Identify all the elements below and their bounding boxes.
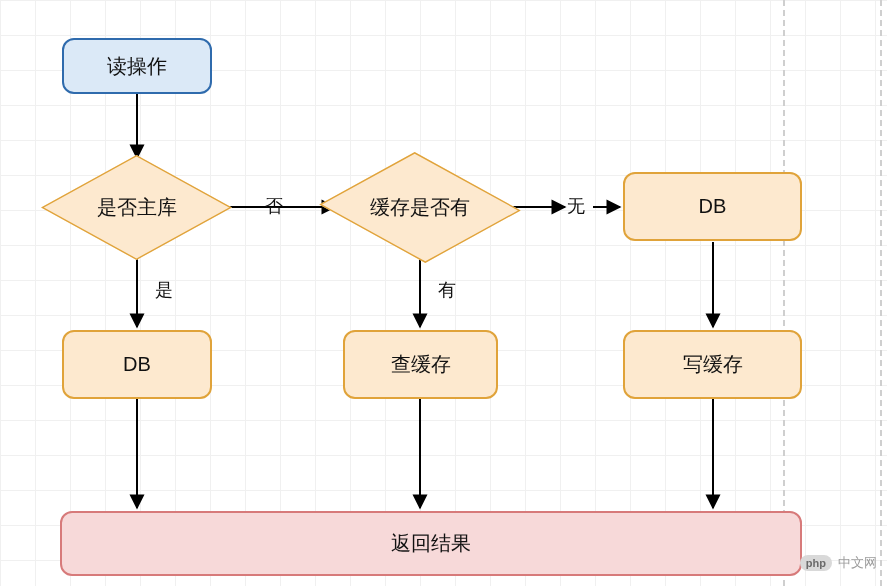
node-decision-primary-label: 是否主库 [69, 140, 204, 275]
node-decision-cache: 缓存是否有 [345, 140, 495, 275]
node-decision-primary: 是否主库 [69, 140, 204, 275]
node-decision-cache-label: 缓存是否有 [345, 140, 495, 275]
watermark: php 中文网 [800, 554, 877, 572]
edge-label-has: 有 [438, 278, 456, 302]
edge-label-yes: 是 [155, 278, 173, 302]
edge-label-none: 无 [567, 194, 585, 218]
node-cache-read: 查缓存 [343, 330, 498, 399]
node-start: 读操作 [62, 38, 212, 94]
node-db-right-label: DB [699, 195, 727, 218]
watermark-badge: php [800, 555, 832, 571]
edge-label-no-1: 否 [265, 194, 283, 218]
node-cache-write-label: 写缓存 [683, 351, 743, 378]
node-start-label: 读操作 [107, 53, 167, 80]
diagram-canvas: 读操作 是否主库 缓存是否有 DB DB 查缓存 写缓存 返回结果 否 无 是 … [0, 0, 887, 586]
node-db-right: DB [623, 172, 802, 241]
node-cache-read-label: 查缓存 [391, 351, 451, 378]
node-result-label: 返回结果 [391, 530, 471, 557]
node-cache-write: 写缓存 [623, 330, 802, 399]
node-result: 返回结果 [60, 511, 802, 576]
node-db-left: DB [62, 330, 212, 399]
node-db-left-label: DB [123, 353, 151, 376]
watermark-text: 中文网 [838, 554, 877, 572]
